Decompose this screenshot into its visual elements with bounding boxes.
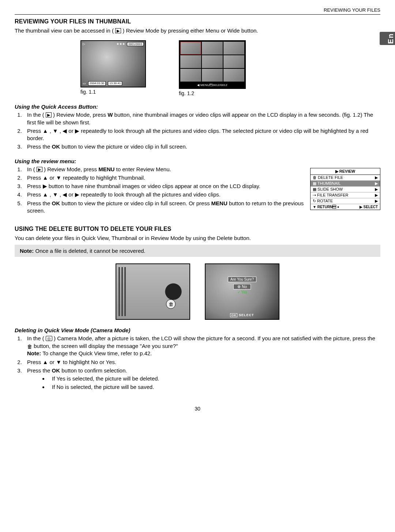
step: Press the OK button to view the picture … xyxy=(23,143,380,150)
menu-item: 🗑 DELETE FILE▶ xyxy=(311,175,380,181)
bullet: If No is selected, the picture will be s… xyxy=(48,383,380,391)
language-tab: En xyxy=(380,32,395,45)
review-menu-screenshot: ▶ REVIEW 🗑 DELETE FILE▶ ▦ THUMBNAIL▶ ▦ S… xyxy=(310,168,380,210)
steps-delete-quickview: In the ( ◎ ) Camera Mode, after a pictur… xyxy=(15,335,380,391)
confirm-screen: Are You Sure? ⊗ No ✓ Yes OK SELECT xyxy=(205,263,279,320)
steps-quick-access: In the ( ▶ ) Review Mode, press W button… xyxy=(15,111,380,150)
trash-icon: 🗑 xyxy=(27,344,32,349)
menu-item-selected: ▦ THUMBNAIL▶ xyxy=(311,181,380,187)
menu-item: ▦ SLIDE SHOW▶ xyxy=(311,187,380,192)
note-box: Note: Once a file is deleted, it cannot … xyxy=(15,245,380,257)
thumbnail-cell xyxy=(202,55,223,68)
section-title-delete: USING THE DELETE BUTTON TO DELETE YOUR F… xyxy=(15,226,380,232)
date-stamp: 2004:03:30 xyxy=(88,81,106,86)
confirm-option-yes: ✓ Yes xyxy=(206,290,279,294)
figure-row-1: ▷ ★★★ 0001/0003 ▭ 2004:03:30 13:30:41 fi… xyxy=(80,40,380,96)
section-title-thumbnail: REVIEWING YOUR FILES IN THUMBNAIL xyxy=(15,18,380,25)
confirm-option-no: ⊗ No xyxy=(233,284,251,289)
confirm-footer: OK SELECT xyxy=(206,313,279,317)
figure-row-2: 🗑 Are You Sure? ⊗ No ✓ Yes OK SELECT xyxy=(15,263,380,320)
menu-footer: ▼ RETURN ◀ ▶ SELECT xyxy=(311,204,380,210)
thumbnail-cell xyxy=(223,42,244,55)
bullet: If Yes is selected, the picture will be … xyxy=(48,375,380,382)
step: Press the OK button to confirm selection… xyxy=(23,367,380,391)
menu-title: ▶ REVIEW xyxy=(311,168,380,175)
section-intro: The thumbnail view can be accessed in ( … xyxy=(15,27,380,34)
thumbnail-cell xyxy=(223,69,244,82)
file-counter: 0001/0003 xyxy=(127,42,144,46)
subhead-delete-quickview: Deleting in Quick View Mode (Camera Mode… xyxy=(15,327,380,333)
page-number: 30 xyxy=(15,406,380,412)
step: Press ▲ , ▼ , ◀ or ▶ repeatedly to look … xyxy=(23,127,380,142)
play-mode-icon: ▷ xyxy=(83,42,85,46)
subhead-review-menu: Using the review menu: xyxy=(15,158,380,164)
play-icon: ▶ xyxy=(37,167,42,172)
fig-1-2-thumbnails: ◀ MENU0012/0012 xyxy=(179,40,246,89)
time-stamp: 13:30:41 xyxy=(108,81,122,86)
running-head: REVIEWING YOUR FILES xyxy=(15,7,380,15)
confirm-prompt: Are You Sure? xyxy=(228,277,257,282)
menu-item: ⇢ FILE TRANSFER▶ xyxy=(311,192,380,198)
fig-1-1-lcd: ▷ ★★★ 0001/0003 ▭ 2004:03:30 13:30:41 xyxy=(80,40,146,87)
thumbnail-bottom-bar: ◀ MENU0012/0012 xyxy=(180,82,244,87)
fig-caption-1-1: fig. 1.1 xyxy=(80,89,146,95)
thumbnail-cell xyxy=(202,69,223,82)
delete-intro: You can delete your files in Quick View,… xyxy=(15,235,380,242)
thumbnail-cell xyxy=(180,69,201,82)
substeps: If Yes is selected, the picture will be … xyxy=(27,375,380,391)
play-icon: ▶ xyxy=(115,28,121,33)
thumbnail-cell xyxy=(180,42,201,55)
thumbnail-cell xyxy=(202,42,223,55)
quality-stars: ★★★ xyxy=(116,42,125,46)
thumbnail-cell xyxy=(180,55,201,68)
camera-back-illustration: 🗑 xyxy=(116,263,190,320)
battery-icon: ▭ xyxy=(83,82,86,85)
step: Press ▲ or ▼ to highlight No or Yes. xyxy=(23,359,380,366)
menu-item: ↻ ROTATE▶ xyxy=(311,198,380,204)
step: In the ( ▶ ) Review Mode, press W button… xyxy=(23,111,380,126)
camera-icon: ◎ xyxy=(46,336,52,341)
play-icon: ▶ xyxy=(46,112,52,117)
subhead-quick-access: Using the Quick Access Button: xyxy=(15,104,380,110)
trash-button-icon: 🗑 xyxy=(166,299,176,309)
fig-caption-1-2: fig. 1.2 xyxy=(179,90,246,96)
step: In the ( ◎ ) Camera Mode, after a pictur… xyxy=(23,335,380,357)
thumbnail-cell xyxy=(223,55,244,68)
